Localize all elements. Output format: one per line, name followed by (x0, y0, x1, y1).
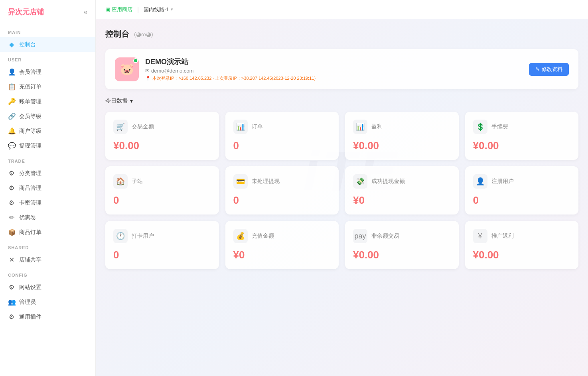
stat-label-row2-1: 未处理提现 (252, 178, 280, 185)
stat-card-row2-3: 👤 注册用户 0 (465, 166, 579, 215)
stats-row-1: 🛒 交易金额 ¥0.00 📊 订单 0 📊 盈利 ¥0.00 💲 (105, 112, 578, 160)
date-filter[interactable]: 今日数据 ▾ (105, 97, 578, 104)
email-icon: ✉ (145, 68, 150, 74)
topbar-divider: | (137, 6, 139, 13)
stat-header: 💲 手续费 (473, 120, 571, 134)
sidebar-icon-site-settings: ⚙ (8, 283, 15, 291)
stat-label-row2-0: 子站 (132, 178, 143, 185)
sidebar-label-members: 会员管理 (19, 69, 41, 76)
sidebar-icon-cards: ⚙ (8, 199, 15, 207)
route-label: 国内线路-1 (144, 6, 169, 13)
stat-icon-row1-2: 📊 (353, 120, 367, 134)
stat-card-row3-0: 🕐 打卡用户 0 (105, 221, 219, 269)
stat-label-row1-3: 手续费 (491, 123, 508, 130)
stat-card-row2-0: 🏠 子站 0 (105, 166, 219, 215)
stat-icon-row1-0: 🛒 (113, 120, 128, 134)
sidebar-icon-coupons: ✏ (8, 214, 15, 221)
page-subtitle: (◕ω◕) (134, 31, 153, 38)
sidebar-item-members[interactable]: 👤会员管理 (0, 65, 95, 79)
stat-card-row3-1: 💰 充值金额 ¥0 (225, 221, 339, 269)
app-name: 异次元店铺 (8, 7, 44, 17)
sidebar-item-accounts[interactable]: 🔑账单管理 (0, 94, 95, 109)
ip-text: 本次登录IP：>160.142.65.232 · 上次登录IP：>38.207.… (152, 75, 316, 81)
sidebar-icon-members: 👤 (8, 68, 15, 76)
stat-header: 💰 充值金额 (233, 229, 331, 243)
stat-value-row1-0: ¥0.00 (113, 140, 211, 152)
sidebar-label-withdrawals: 提现管理 (19, 142, 41, 150)
stat-label-row2-3: 注册用户 (491, 178, 514, 185)
stat-header: 🏠 子站 (113, 174, 211, 189)
sidebar-icon-recharge-orders: 📋 (8, 83, 15, 91)
stat-value-row2-3: 0 (473, 194, 571, 207)
sidebar-label-products: 商品管理 (19, 185, 41, 192)
app-store-link[interactable]: ▣ 应用商店 (105, 6, 132, 13)
stat-card-row1-3: 💲 手续费 ¥0.00 (465, 112, 579, 160)
stat-card-row2-1: 💳 未处理提现 0 (225, 166, 339, 215)
page-title: 控制台 (105, 29, 129, 39)
sidebar-label-admins: 管理员 (19, 299, 36, 306)
sidebar-item-categories[interactable]: ⚙分类管理 (0, 166, 95, 181)
sidebar-item-plugins[interactable]: ⚙通用插件 (0, 309, 95, 324)
email-value: demo@demo.com (151, 68, 193, 74)
sidebar-item-merchant-levels[interactable]: 🔔商户等级 (0, 124, 95, 138)
stat-value-row3-3: ¥0.00 (473, 249, 571, 261)
sidebar-icon-product-orders: 📦 (8, 228, 15, 236)
stat-value-row1-1: 0 (233, 140, 331, 152)
stat-header: 🛒 交易金额 (113, 120, 211, 134)
stat-value-row3-2: ¥0.00 (353, 249, 451, 261)
sidebar-item-shop-share[interactable]: ✕店铺共享 (0, 252, 95, 267)
stat-card-row2-2: 💸 成功提现金额 ¥0 (345, 166, 459, 215)
sidebar-item-admins[interactable]: 👥管理员 (0, 295, 95, 309)
sidebar-label-cards: 卡密管理 (19, 199, 41, 207)
sidebar-label-shop-share: 店铺共享 (19, 256, 41, 264)
sidebar-item-member-levels[interactable]: 🔗会员等级 (0, 109, 95, 124)
sidebar-icon-dashboard: ◆ (8, 41, 15, 48)
stat-icon-row1-3: 💲 (473, 120, 487, 134)
stat-header: 🕐 打卡用户 (113, 229, 211, 243)
date-filter-chevron: ▾ (130, 98, 133, 104)
collapse-button[interactable]: « (84, 8, 87, 16)
stats-grid-1: 🛒 交易金额 ¥0.00 📊 订单 0 📊 盈利 ¥0.00 💲 (105, 112, 578, 160)
sidebar-item-products[interactable]: ⚙商品管理 (0, 181, 95, 195)
route-selector[interactable]: 国内线路-1 ▾ (144, 6, 173, 13)
sidebar-item-product-orders[interactable]: 📦商品订单 (0, 225, 95, 240)
stats-grid-2: 🏠 子站 0 💳 未处理提现 0 💸 成功提现金额 ¥0 👤 (105, 166, 578, 215)
sidebar-item-dashboard[interactable]: ◆控制台 (0, 37, 95, 52)
topbar: ▣ 应用商店 | 国内线路-1 ▾ (96, 0, 588, 19)
stat-header: 💳 未处理提现 (233, 174, 331, 189)
stat-label-row3-0: 打卡用户 (132, 232, 154, 240)
stat-icon-row3-0: 🕐 (113, 229, 128, 243)
sidebar-icon-withdrawals: 💬 (8, 142, 15, 150)
sidebar-item-site-settings[interactable]: ⚙网站设置 (0, 280, 95, 295)
stat-card-row3-2: pay 非余额交易 ¥0.00 (345, 221, 459, 269)
sidebar-label-merchant-levels: 商户等级 (19, 128, 41, 135)
stat-icon-row1-1: 📊 (233, 120, 248, 134)
sidebar-icon-member-levels: 🔗 (8, 112, 15, 120)
route-chevron: ▾ (171, 7, 173, 12)
sidebar-item-recharge-orders[interactable]: 📋充值订单 (0, 79, 95, 94)
sidebar-icon-merchant-levels: 🔔 (8, 127, 15, 135)
stats-grid-3: 🕐 打卡用户 0 💰 充值金额 ¥0 pay 非余额交易 ¥0.00 ¥ (105, 221, 578, 269)
sidebar-item-withdrawals[interactable]: 💬提现管理 (0, 138, 95, 153)
stat-header: pay 非余额交易 (353, 229, 451, 243)
stat-icon-row2-2: 💸 (353, 174, 367, 189)
sidebar-label-accounts: 账单管理 (19, 98, 41, 105)
online-indicator (133, 58, 138, 63)
stat-icon-row3-2: pay (353, 229, 367, 243)
sidebar-label-recharge-orders: 充值订单 (19, 83, 41, 91)
stats-row-3: 🕐 打卡用户 0 💰 充值金额 ¥0 pay 非余额交易 ¥0.00 ¥ (105, 221, 578, 269)
stat-value-row2-0: 0 (113, 194, 211, 207)
sidebar-item-cards[interactable]: ⚙卡密管理 (0, 195, 95, 210)
sidebar-item-coupons[interactable]: ✏优惠卷 (0, 210, 95, 225)
stat-card-row3-3: ¥ 推广返利 ¥0.00 (465, 221, 579, 269)
edit-profile-button[interactable]: ✎ 修改资料 (529, 63, 569, 76)
stat-icon-row3-1: 💰 (233, 229, 248, 243)
sidebar-section-config: CONFIG (0, 267, 95, 280)
stat-icon-row2-3: 👤 (473, 174, 487, 189)
profile-info: 🐷 DEMO演示站 ✉ demo@demo.com 📍 本次登录IP：>160.… (115, 57, 316, 81)
sidebar-section-shared: SHARED (0, 240, 95, 252)
stat-label-row3-3: 推广返利 (491, 232, 514, 240)
stat-header: 📊 盈利 (353, 120, 451, 134)
stat-header: 📊 订单 (233, 120, 331, 134)
stat-label-row2-2: 成功提现金额 (371, 178, 405, 185)
